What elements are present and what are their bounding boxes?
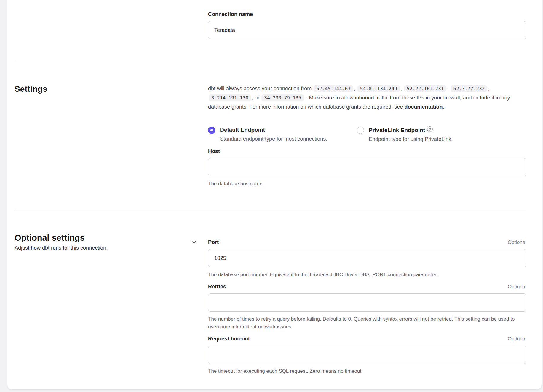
request-timeout-input[interactable]	[208, 346, 526, 364]
settings-section: Settings dbt will always access your con…	[15, 61, 526, 188]
chevron-down-icon	[191, 239, 197, 245]
request-timeout-label: Request timeout	[208, 335, 250, 342]
radio-option-privatelink-endpoint[interactable]: PrivateLink Endpoint? Endpoint type for …	[357, 126, 453, 143]
radio-option-texts: Default Endpoint Standard endpoint type …	[220, 126, 327, 142]
settings-card: Connection name Settings dbt will always…	[7, 0, 542, 390]
field-head: Request timeout Optional	[208, 335, 526, 342]
host-field-group: Host The database hostname.	[208, 148, 526, 188]
ip-chip: 34.233.79.135	[261, 94, 304, 101]
intro-sep: ,	[354, 86, 357, 91]
help-icon[interactable]: ?	[427, 126, 433, 132]
privatelink-endpoint-label: PrivateLink Endpoint	[369, 127, 425, 133]
optional-settings-section: Optional settings Adjust how dbt runs fo…	[15, 209, 526, 380]
optional-badge: Optional	[508, 336, 526, 342]
documentation-link[interactable]: documentation	[404, 104, 443, 110]
intro-sep: ,	[400, 86, 403, 91]
host-input[interactable]	[208, 158, 526, 176]
request-timeout-field-group: Request timeout Optional The timeout for…	[208, 335, 526, 375]
settings-section-right: dbt will always access your connection f…	[208, 84, 526, 188]
field-head: Port Optional	[208, 239, 526, 245]
retries-helper-text: The number of times to retry a query bef…	[208, 315, 526, 331]
ip-chip: 52.22.161.231	[404, 85, 446, 92]
connection-name-label: Connection name	[208, 11, 526, 17]
settings-heading: Settings	[15, 84, 208, 94]
privatelink-endpoint-description: Endpoint type for using PrivateLink.	[369, 136, 453, 143]
retries-field-group: Retries Optional The number of times to …	[208, 283, 526, 331]
privatelink-label-row: PrivateLink Endpoint?	[369, 128, 433, 133]
default-endpoint-description: Standard endpoint type for most connecti…	[220, 135, 327, 142]
host-helper-text: The database hostname.	[208, 180, 526, 188]
radio-selected-icon[interactable]	[208, 127, 215, 134]
port-field-group: Port Optional The database port number. …	[208, 239, 526, 279]
retries-input[interactable]	[208, 293, 526, 312]
intro-sep: ,	[447, 86, 450, 91]
endpoint-type-group: Default Endpoint Standard endpoint type …	[208, 126, 526, 143]
ip-chip: 3.214.191.130	[209, 94, 251, 101]
intro-period: .	[443, 104, 444, 110]
retries-label: Retries	[208, 283, 226, 290]
optional-settings-subtitle: Adjust how dbt runs for this connection.	[15, 244, 190, 251]
intro-prefix: dbt will always access your connection f…	[208, 86, 313, 91]
intro-sep: ,	[488, 86, 489, 91]
radio-unselected-icon[interactable]	[357, 127, 364, 134]
radio-option-texts: PrivateLink Endpoint? Endpoint type for …	[369, 126, 453, 143]
ip-chip: 52.3.77.232	[451, 85, 487, 92]
port-input[interactable]	[208, 249, 526, 267]
ip-chip: 54.81.134.249	[357, 85, 400, 92]
optional-badge: Optional	[508, 284, 526, 290]
ip-chip: 52.45.144.63	[314, 85, 353, 92]
optional-settings-left: Optional settings Adjust how dbt runs fo…	[15, 232, 208, 380]
host-label: Host	[208, 148, 526, 155]
optional-badge: Optional	[508, 240, 526, 245]
connection-name-group: Connection name	[208, 11, 526, 39]
settings-section-left: Settings	[15, 84, 208, 188]
ip-allowlist-text: dbt will always access your connection f…	[208, 84, 526, 112]
port-helper-text: The database port number. Equivalent to …	[208, 271, 526, 279]
request-timeout-helper-text: The timeout for executing each SQL reque…	[208, 367, 526, 375]
connection-name-input[interactable]	[208, 21, 526, 39]
field-head: Retries Optional	[208, 283, 526, 290]
optional-settings-heading: Optional settings	[15, 232, 190, 243]
default-endpoint-label: Default Endpoint	[220, 127, 265, 133]
radio-option-default-endpoint[interactable]: Default Endpoint Standard endpoint type …	[208, 126, 357, 143]
optional-settings-fields: Port Optional The database port number. …	[208, 232, 526, 380]
collapse-section-button[interactable]	[190, 238, 198, 247]
intro-or: , or	[252, 95, 261, 101]
port-label: Port	[208, 239, 219, 245]
